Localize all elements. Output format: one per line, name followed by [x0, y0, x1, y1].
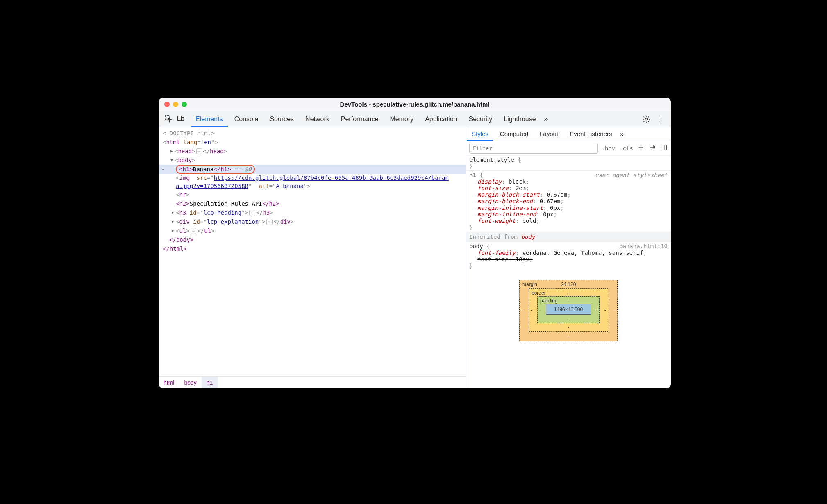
- breadcrumb: html body h1: [159, 376, 466, 388]
- side-tab-events[interactable]: Event Listeners: [564, 127, 618, 141]
- plus-icon[interactable]: [637, 144, 645, 153]
- gear-icon[interactable]: [642, 115, 650, 123]
- ellipsis-icon[interactable]: ⋯: [191, 228, 197, 234]
- dom-h3[interactable]: ▶ <h3 id="lcp-heading"> ⋯ </h3>: [163, 208, 466, 217]
- svg-rect-1: [178, 116, 182, 121]
- svg-rect-4: [650, 145, 654, 148]
- side-tab-layout[interactable]: Layout: [534, 127, 564, 141]
- inherited-from-header: Inherited from body: [466, 232, 671, 242]
- dom-img[interactable]: <img src="https://cdn.glitch.global/87b4…: [163, 174, 450, 190]
- ellipsis-icon[interactable]: ⋯: [196, 148, 202, 154]
- panel-toggle-icon[interactable]: [660, 144, 668, 153]
- breadcrumb-body[interactable]: body: [179, 377, 201, 388]
- devtools-window: DevTools - speculative-rules.glitch.me/b…: [159, 98, 671, 388]
- svg-rect-2: [182, 117, 184, 120]
- dom-body-close: </body>: [163, 235, 466, 244]
- side-tab-computed[interactable]: Computed: [494, 127, 534, 141]
- dom-body-open[interactable]: ▼ <body>: [163, 156, 466, 165]
- rule-body[interactable]: body { banana.html:10 font-family: Verda…: [466, 242, 671, 270]
- rule-link[interactable]: banana.html:10: [619, 243, 668, 250]
- dom-html-open[interactable]: <html lang="en">: [163, 138, 466, 147]
- inspect-icon[interactable]: [164, 114, 173, 124]
- rule-h1[interactable]: h1 { user agent stylesheet display: bloc…: [466, 171, 671, 232]
- styles-panel: Styles Computed Layout Event Listeners »…: [466, 127, 671, 388]
- traffic-lights: [164, 102, 187, 107]
- tab-memory[interactable]: Memory: [384, 111, 419, 127]
- dom-h1-selected[interactable]: ⋯ <h1> Banana </h1> == $0: [159, 165, 466, 174]
- kebab-icon[interactable]: ⋮: [657, 115, 665, 123]
- window-title: DevTools - speculative-rules.glitch.me/b…: [159, 101, 671, 108]
- styles-filter-input[interactable]: [469, 143, 598, 154]
- breadcrumb-h1[interactable]: h1: [202, 377, 218, 388]
- tabs-overflow[interactable]: »: [542, 111, 550, 127]
- dom-doctype: <!DOCTYPE html>: [163, 129, 214, 138]
- tab-network[interactable]: Network: [300, 111, 335, 127]
- tab-performance[interactable]: Performance: [335, 111, 384, 127]
- breadcrumb-html[interactable]: html: [159, 377, 179, 388]
- zoom-icon[interactable]: [182, 102, 187, 107]
- dom-ul[interactable]: ▶ <ul> ⋯ </ul>: [163, 226, 466, 235]
- hov-toggle[interactable]: :hov: [602, 145, 616, 152]
- minimize-icon[interactable]: [173, 102, 178, 107]
- ellipsis-icon[interactable]: ⋯: [249, 210, 255, 216]
- tab-application[interactable]: Application: [419, 111, 463, 127]
- dom-div[interactable]: ▶ <div id="lcp-explanation"> ⋯ </div>: [163, 217, 466, 226]
- side-tab-styles[interactable]: Styles: [466, 127, 494, 141]
- ellipsis-icon[interactable]: ⋯: [266, 219, 273, 225]
- rule-element-style[interactable]: element.style { }: [466, 156, 671, 171]
- dom-hr[interactable]: <hr>: [163, 190, 466, 199]
- tab-elements[interactable]: Elements: [190, 111, 229, 127]
- dom-html-close: </html>: [163, 244, 466, 253]
- close-icon[interactable]: [164, 102, 170, 107]
- box-model-content: 1496×43.500: [546, 304, 591, 315]
- svg-point-3: [645, 118, 648, 120]
- svg-rect-5: [661, 145, 667, 150]
- cls-toggle[interactable]: .cls: [619, 145, 633, 152]
- titlebar: DevTools - speculative-rules.glitch.me/b…: [159, 98, 671, 111]
- box-model: margin 24.120 - - border - - - padding -: [519, 280, 618, 341]
- tab-lighthouse[interactable]: Lighthouse: [498, 111, 541, 127]
- rule-source: user agent stylesheet: [595, 172, 668, 178]
- dom-h2[interactable]: <h2> Speculation Rules API </h2>: [163, 199, 466, 208]
- row-actions-icon[interactable]: ⋯: [159, 165, 166, 174]
- elements-panel: <!DOCTYPE html> <html lang="en"> ▶ <head…: [159, 127, 466, 388]
- dom-head[interactable]: ▶ <head> ⋯ </head>: [163, 147, 466, 156]
- panel-tabs: Elements Console Sources Network Perform…: [159, 111, 671, 127]
- tab-sources[interactable]: Sources: [264, 111, 300, 127]
- tab-security[interactable]: Security: [463, 111, 498, 127]
- paint-icon[interactable]: [649, 144, 656, 153]
- side-tabs-overflow[interactable]: »: [618, 127, 626, 141]
- device-toggle-icon[interactable]: [177, 114, 185, 124]
- tab-console[interactable]: Console: [229, 111, 264, 127]
